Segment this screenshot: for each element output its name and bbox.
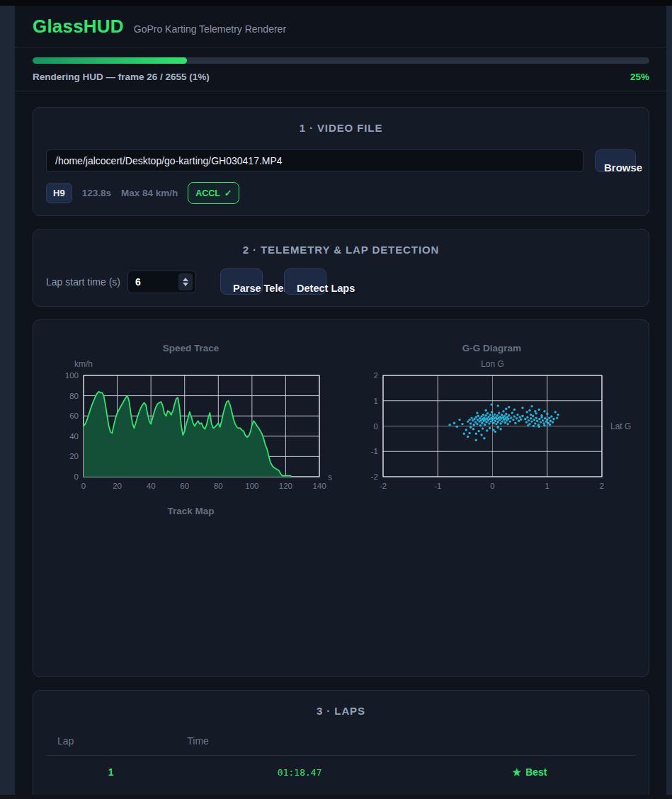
speed-trace-chart: Speed Trace 0204060801001201400204060801…	[46, 336, 336, 499]
best-lap-badge-text: Best	[525, 766, 547, 778]
svg-text:s: s	[328, 472, 332, 482]
browse-button-label: Browse	[604, 162, 642, 174]
best-lap-badge: ★Best	[423, 766, 636, 778]
svg-text:40: 40	[147, 482, 156, 490]
main-content: 1 · VIDEO FILE Browse H9 123.8s Max 84 k…	[15, 91, 666, 799]
svg-text:-1: -1	[371, 447, 378, 455]
app-subtitle: GoPro Karting Telemetry Renderer	[134, 23, 286, 35]
number-stepper[interactable]	[178, 273, 193, 290]
gg-diagram-chart: G-G Diagram -2-1012-2-1012Lon GLat G	[347, 336, 637, 499]
progress-fill	[33, 57, 187, 64]
track-map-empty-area	[46, 520, 336, 665]
svg-text:60: 60	[180, 482, 189, 490]
track-map-chart-title: Track Map	[46, 506, 336, 520]
svg-text:0: 0	[81, 482, 86, 490]
video-max-speed: Max 84 km/h	[121, 188, 178, 198]
telemetry-title: 2 · TELEMETRY & LAP DETECTION	[46, 244, 636, 256]
check-icon: ✓	[224, 188, 232, 198]
svg-text:0: 0	[490, 482, 494, 490]
screen: GlassHUD GoPro Karting Telemetry Rendere…	[0, 0, 672, 799]
svg-text:140: 140	[312, 482, 326, 490]
svg-text:2: 2	[374, 371, 378, 380]
laps-card: 3 · LAPS Lap Time 1 01:18.47 ★Best	[33, 690, 649, 799]
video-duration: 123.8s	[82, 188, 111, 198]
lap-number: 1	[46, 766, 176, 778]
app-title: GlassHUD	[33, 16, 124, 38]
accl-badge-label: ACCL	[195, 188, 220, 198]
progress-status-text: Rendering HUD — frame 26 / 2655 (1%)	[33, 72, 210, 82]
progress-status-row: Rendering HUD — frame 26 / 2655 (1%) 25%	[33, 72, 649, 82]
svg-text:40: 40	[69, 432, 79, 441]
track-map-chart: Track Map	[46, 499, 336, 665]
browse-button[interactable]: Browse	[595, 149, 636, 172]
top-edge-strip	[0, 0, 672, 6]
svg-text:0: 0	[374, 422, 378, 431]
laps-title: 3 · LAPS	[46, 705, 636, 717]
svg-text:60: 60	[69, 412, 79, 420]
render-progress-section: Rendering HUD — frame 26 / 2655 (1%) 25%	[15, 47, 666, 91]
laps-col-time: Time	[176, 735, 423, 747]
svg-text:-2: -2	[371, 472, 378, 481]
file-row: Browse	[46, 149, 636, 172]
bottom-edge-strip	[0, 795, 672, 799]
progress-bar	[33, 57, 649, 64]
svg-text:80: 80	[214, 482, 223, 490]
svg-text:1: 1	[545, 482, 549, 490]
stepper-down-icon[interactable]	[183, 283, 188, 286]
star-icon: ★	[513, 766, 522, 778]
svg-text:2: 2	[600, 482, 604, 490]
svg-text:km/h: km/h	[74, 359, 93, 369]
parse-telemetry-button[interactable]: Parse Telemetry	[220, 268, 263, 295]
charts-card: Speed Trace 0204060801001201400204060801…	[33, 319, 649, 677]
svg-text:80: 80	[69, 392, 79, 400]
progress-percent: 25%	[630, 72, 649, 82]
svg-text:-1: -1	[434, 482, 441, 490]
svg-text:20: 20	[113, 482, 122, 490]
speed-trace-plot: 020406080100120140020406080100km/hs	[46, 357, 336, 499]
laps-col-lap: Lap	[46, 735, 176, 747]
charts-grid: Speed Trace 0204060801001201400204060801…	[46, 336, 636, 665]
lap-start-field	[127, 271, 196, 293]
app-header: GlassHUD GoPro Karting Telemetry Rendere…	[15, 6, 666, 47]
gg-diagram-plot: -2-1012-2-1012Lon GLat G	[347, 357, 637, 499]
lap-start-label: Lap start time (s)	[46, 276, 120, 288]
detect-laps-button[interactable]: Detect Laps	[284, 268, 326, 295]
svg-text:Lon G: Lon G	[481, 359, 504, 369]
laps-table: Lap Time 1 01:18.47 ★Best	[46, 735, 636, 788]
svg-text:100: 100	[245, 482, 258, 490]
codec-badge: H9	[46, 183, 72, 203]
accl-badge: ACCL ✓	[188, 182, 239, 204]
svg-text:1: 1	[374, 397, 378, 405]
video-file-card: 1 · VIDEO FILE Browse H9 123.8s Max 84 k…	[33, 107, 649, 216]
svg-text:-2: -2	[380, 482, 387, 490]
svg-text:0: 0	[74, 472, 79, 481]
lap-start-input[interactable]	[128, 276, 172, 288]
laps-col-flags	[423, 735, 636, 747]
video-file-title: 1 · VIDEO FILE	[46, 122, 636, 134]
stepper-up-icon[interactable]	[183, 278, 188, 281]
laps-table-header: Lap Time	[46, 735, 636, 756]
gg-diagram-chart-title: G-G Diagram	[347, 343, 637, 357]
video-meta-row: H9 123.8s Max 84 km/h ACCL ✓	[46, 182, 636, 204]
svg-text:100: 100	[65, 371, 79, 380]
video-path-input[interactable]	[46, 149, 583, 172]
svg-text:120: 120	[279, 482, 292, 490]
lap-time: 01:18.47	[176, 767, 423, 778]
detect-laps-label: Detect Laps	[297, 283, 355, 294]
svg-text:20: 20	[69, 452, 79, 460]
app-window: GlassHUD GoPro Karting Telemetry Rendere…	[15, 6, 666, 795]
table-row: 1 01:18.47 ★Best	[46, 756, 636, 788]
telemetry-card: 2 · TELEMETRY & LAP DETECTION Lap start …	[33, 229, 649, 307]
svg-text:Lat G: Lat G	[610, 421, 631, 431]
telemetry-controls: Lap start time (s) Parse Telemetry Detec…	[46, 268, 636, 295]
speed-trace-chart-title: Speed Trace	[46, 343, 336, 357]
